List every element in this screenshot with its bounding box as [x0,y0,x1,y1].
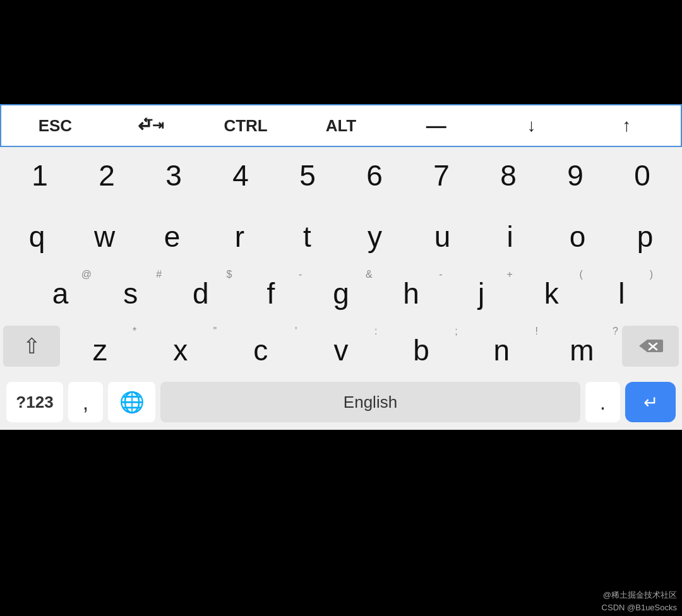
key-8[interactable]: 8 [475,150,542,201]
key-m[interactable]: ? m [542,321,622,371]
key-e[interactable]: e [138,207,206,258]
key-o[interactable]: o [544,207,611,258]
key-c[interactable]: ' c [220,321,301,371]
zxcv-row: ⇧ * z " x ' c : v ; b ! n ? m [0,317,682,374]
num-sym-key[interactable]: ?123 [6,382,63,422]
alt-key[interactable]: ALT [316,109,366,142]
ctrl-key[interactable]: CTRL [220,109,271,142]
key-1[interactable]: 1 [6,150,73,201]
key-2[interactable]: 2 [73,150,140,201]
key-s[interactable]: # s [95,264,165,314]
key-w[interactable]: w [71,207,138,258]
key-q[interactable]: q [3,207,71,258]
backspace-key[interactable] [622,326,679,367]
key-a[interactable]: @ a [25,264,95,314]
period-key[interactable]: . [585,382,620,422]
dash-key[interactable]: — [411,109,462,142]
key-u[interactable]: u [409,207,476,258]
key-y[interactable]: y [341,207,409,258]
top-black-area [0,0,682,104]
key-t[interactable]: t [273,207,341,258]
key-j[interactable]: + j [446,264,517,314]
qwerty-row: q w e r t y u i o p [0,204,682,261]
asdf-row: @ a # s $ d - f & g - h + j ( k [0,261,682,317]
key-3[interactable]: 3 [140,150,207,201]
key-d[interactable]: $ d [165,264,236,314]
globe-key[interactable]: 🌐 [108,382,155,422]
key-v[interactable]: : v [301,321,381,371]
esc-key[interactable]: ESC [30,109,80,142]
key-b[interactable]: ; b [381,321,462,371]
key-k[interactable]: ( k [517,264,587,314]
key-9[interactable]: 9 [542,150,609,201]
keyboard-wrapper: ESC ↵⃖ ⇥ CTRL ALT — ↓ ↑ 1 2 3 4 5 6 7 8 … [0,104,682,430]
enter-icon: ↵ [643,392,658,413]
special-keys-row: ESC ↵⃖ ⇥ CTRL ALT — ↓ ↑ [0,104,682,147]
key-r[interactable]: r [206,207,273,258]
key-z[interactable]: * z [60,321,140,371]
backspace-icon [638,337,663,355]
key-f[interactable]: - f [236,264,306,314]
number-row: 1 2 3 4 5 6 7 8 9 0 [0,147,682,204]
enter-key[interactable]: ↵ [625,382,676,422]
key-i[interactable]: i [476,207,544,258]
watermark: @稀土掘金技术社区 CSDN @B1ueSocks [602,589,677,613]
key-h[interactable]: - h [376,264,446,314]
key-p[interactable]: p [611,207,679,258]
arrow-up-key[interactable]: ↑ [601,109,652,142]
arrow-down-key[interactable]: ↓ [506,109,557,142]
key-n[interactable]: ! n [462,321,542,371]
key-6[interactable]: 6 [341,150,408,201]
key-7[interactable]: 7 [408,150,475,201]
tab-key[interactable]: ↵⃖ ⇥ [125,109,176,142]
shift-key[interactable]: ⇧ [3,326,60,367]
function-row: ?123 , 🌐 English . ↵ [0,374,682,430]
key-g[interactable]: & g [306,264,376,314]
key-l[interactable]: ) l [587,264,657,314]
comma-key[interactable]: , [68,382,103,422]
globe-icon: 🌐 [119,390,145,414]
key-0[interactable]: 0 [609,150,676,201]
key-4[interactable]: 4 [207,150,274,201]
key-5[interactable]: 5 [274,150,341,201]
space-key[interactable]: English [160,382,580,422]
key-x[interactable]: " x [140,321,220,371]
